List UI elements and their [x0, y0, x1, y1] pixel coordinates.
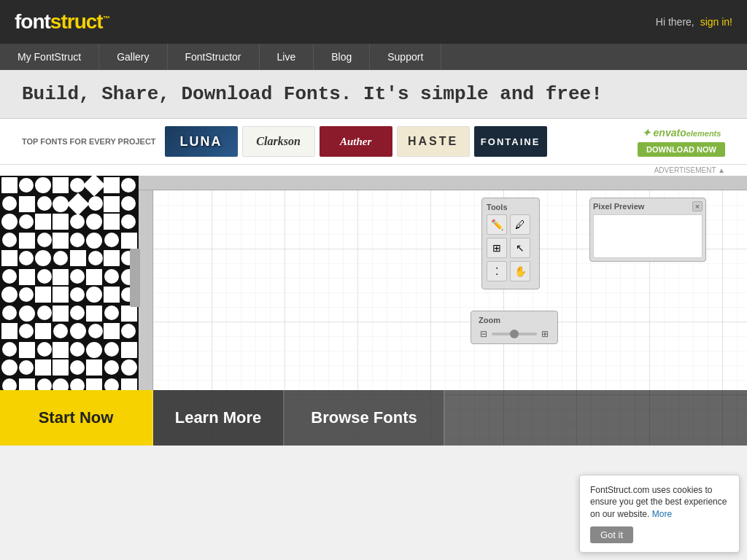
svg-rect-71: [104, 323, 120, 339]
svg-rect-81: [1, 359, 18, 376]
svg-rect-52: [53, 287, 69, 303]
cookie-accept-button[interactable]: Got it: [590, 526, 633, 543]
svg-rect-26: [19, 233, 35, 249]
nav-item-support[interactable]: Support: [370, 44, 441, 70]
pixel-preview-title: Pixel Preview: [593, 202, 644, 211]
tool-row-2: ⊞ ↖: [487, 238, 535, 258]
svg-rect-44: [53, 269, 69, 285]
font-thumb-clarkson[interactable]: Clarkson: [242, 126, 315, 157]
pixel-preview-close-button[interactable]: ×: [692, 201, 703, 211]
learn-more-button[interactable]: Learn More: [153, 390, 285, 446]
pencil-tool-button[interactable]: ✏️: [487, 214, 507, 235]
svg-point-14: [88, 196, 103, 211]
zoom-slider[interactable]: [492, 332, 537, 335]
svg-point-18: [19, 214, 34, 229]
svg-rect-58: [19, 306, 35, 322]
svg-rect-30: [86, 233, 102, 249]
svg-rect-19: [35, 214, 51, 230]
browse-fonts-button[interactable]: Browse Fonts: [285, 390, 445, 446]
envato-download-button[interactable]: DOWNLOAD NOW: [638, 142, 725, 157]
svg-rect-54: [86, 287, 102, 303]
svg-rect-51: [35, 287, 51, 303]
logo: fontstruct™: [15, 10, 109, 34]
ad-notice-row: ADVERTISEMENT ▲: [0, 165, 747, 176]
svg-point-68: [53, 324, 68, 338]
nav-item-live[interactable]: Live: [260, 44, 314, 70]
svg-point-82: [19, 360, 34, 375]
nav-item-my-fontstruct[interactable]: My FontStruct: [0, 44, 99, 70]
svg-point-47: [104, 269, 119, 284]
svg-rect-69: [70, 323, 86, 339]
ad-notice-text: ADVERTISEMENT ▲: [654, 166, 725, 174]
svg-rect-23: [104, 214, 120, 230]
zoom-handle[interactable]: [510, 330, 519, 338]
svg-rect-80: [121, 342, 137, 358]
svg-point-70: [88, 324, 103, 338]
signin-link[interactable]: sign in!: [700, 16, 732, 28]
svg-rect-76: [53, 342, 69, 358]
svg-point-45: [70, 269, 85, 284]
svg-rect-83: [35, 359, 51, 376]
svg-point-16: [121, 196, 136, 211]
svg-rect-42: [19, 269, 35, 285]
svg-rect-17: [1, 214, 18, 230]
svg-rect-60: [53, 306, 69, 322]
zoom-panel-title: Zoom: [479, 316, 550, 324]
cookie-text: FontStruct.com uses cookies to ensure yo…: [590, 484, 729, 521]
pixel-preview-panel: Pixel Preview ×: [589, 198, 706, 262]
svg-point-63: [104, 306, 119, 320]
nav-item-gallery[interactable]: Gallery: [99, 44, 167, 70]
zoom-out-button[interactable]: ⊟: [479, 329, 489, 339]
logo-struct-part: struct: [50, 10, 103, 33]
hand-tool-button[interactable]: ✋: [510, 261, 530, 281]
ad-banner: TOP FONTS FOR EVERY PROJECT LUNA Clarkso…: [0, 119, 747, 165]
svg-rect-22: [86, 214, 102, 230]
cta-bar: Start Now Learn More Browse Fonts: [0, 390, 747, 446]
svg-rect-74: [19, 342, 35, 358]
svg-point-75: [37, 342, 52, 357]
greeting-text: Hi there,: [656, 16, 694, 28]
pixel-preview-header: Pixel Preview ×: [593, 201, 703, 211]
svg-point-41: [2, 269, 17, 284]
svg-rect-1: [1, 177, 18, 193]
svg-point-25: [2, 233, 17, 247]
svg-point-27: [37, 233, 52, 247]
zoom-panel: Zoom ⊟ ⊞: [471, 311, 558, 344]
svg-point-31: [104, 233, 119, 247]
svg-point-85: [70, 360, 85, 375]
font-thumb-fontaine[interactable]: FONTAINE: [474, 126, 547, 157]
font-thumb-luna[interactable]: LUNA: [165, 126, 238, 157]
nav-item-blog[interactable]: Blog: [314, 44, 370, 70]
svg-point-11: [37, 196, 52, 211]
dots-tool-button[interactable]: ⁚: [487, 261, 507, 281]
svg-rect-10: [19, 196, 35, 212]
header: fontstruct™ Hi there, sign in!: [0, 0, 747, 44]
header-signin: Hi there, sign in!: [656, 16, 732, 28]
nav-item-fontstructor[interactable]: FontStructor: [168, 44, 260, 70]
grid-tool-button[interactable]: ⊞: [487, 238, 507, 258]
zoom-controls: ⊟ ⊞: [479, 329, 550, 339]
svg-point-43: [37, 269, 52, 284]
svg-point-66: [19, 324, 34, 338]
svg-point-2: [19, 178, 34, 192]
svg-rect-55: [104, 287, 120, 303]
svg-rect-64: [121, 306, 137, 322]
svg-rect-49: [1, 287, 18, 303]
zoom-in-button[interactable]: ⊞: [540, 329, 550, 339]
svg-rect-15: [104, 196, 120, 212]
main-canvas-area[interactable]: Tools ✏️ 🖊 ⊞ ↖ ⁚ ✋ Zoom ⊟ ⊞ Pixel Previe…: [0, 176, 747, 446]
select-tool-button[interactable]: ↖: [510, 238, 530, 258]
cookie-more-link[interactable]: More: [652, 509, 672, 519]
font-thumb-auther[interactable]: Auther: [320, 126, 392, 157]
start-now-button[interactable]: Start Now: [0, 390, 153, 446]
svg-rect-4: [53, 177, 69, 193]
svg-rect-32: [121, 233, 137, 249]
svg-point-9: [2, 196, 17, 211]
svg-point-29: [70, 233, 85, 247]
svg-rect-88: [121, 359, 137, 376]
font-thumb-haste[interactable]: HASTE: [397, 126, 470, 157]
svg-point-59: [37, 306, 52, 320]
svg-point-36: [53, 251, 68, 265]
eraser-tool-button[interactable]: 🖊: [510, 214, 530, 235]
tool-row-3: ⁚ ✋: [487, 261, 535, 281]
